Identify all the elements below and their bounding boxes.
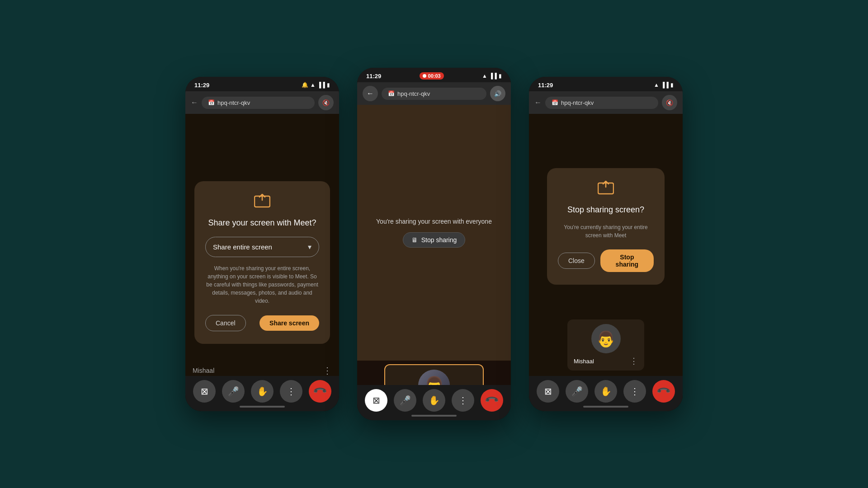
- mic-icon: 🎤: [571, 386, 583, 397]
- phone3-body: Stop sharing screen? You're currently sh…: [529, 114, 683, 411]
- phone1-dialog-title: Share your screen with Meet?: [205, 218, 319, 228]
- phone2-more-options-button[interactable]: ⋮: [452, 389, 474, 412]
- stop-sharing-confirm-button[interactable]: Stop sharing: [600, 249, 654, 272]
- chevron-down-icon: ▾: [308, 243, 311, 251]
- phone3-browser-bar: ← 📅 hpq-ntcr-qkv 🔇: [529, 91, 683, 114]
- mic-icon: 🎤: [228, 386, 239, 397]
- audio-icon: 🔇: [322, 99, 330, 106]
- phone2-status-bar: 11:29 00:03 ▲ ▐▐ ▮: [357, 68, 511, 82]
- notification-icon: 🔔: [302, 82, 308, 88]
- phone3-dialog-title: Stop sharing screen?: [558, 205, 654, 215]
- audio-on-icon: 🔊: [494, 90, 501, 97]
- phone3-tile-more-icon[interactable]: ⋮: [630, 356, 638, 366]
- stop-share-screen-icon: [598, 181, 614, 195]
- phone1-audio-button[interactable]: 🔇: [318, 95, 334, 110]
- battery-icon: ▮: [327, 82, 330, 88]
- phone1-dropdown[interactable]: Share entire screen ▾: [205, 237, 319, 257]
- phone2-url-text: hpq-ntcr-qkv: [397, 90, 430, 97]
- phone1-warning-text: When you're sharing your entire screen, …: [205, 264, 319, 305]
- phone2-raise-hand-button[interactable]: ✋: [423, 389, 445, 412]
- signal-icon: ▐▐: [489, 73, 497, 79]
- phone1-url-bar[interactable]: 📅 hpq-ntcr-qkv: [202, 97, 315, 109]
- battery-icon: ▮: [499, 73, 502, 79]
- phone2-audio-button[interactable]: 🔊: [490, 86, 505, 101]
- phone3-video-tile: 👨 Mishaal ⋮: [567, 319, 644, 371]
- phone2-time: 11:29: [366, 73, 381, 80]
- stop-sharing-button[interactable]: 🖥 Stop sharing: [403, 232, 466, 248]
- close-button[interactable]: Close: [558, 253, 595, 269]
- phone3-tile-label: Mishaal ⋮: [572, 356, 640, 366]
- phone3-time: 11:29: [538, 82, 553, 89]
- phone1-url-text: hpq-ntcr-qkv: [217, 99, 250, 106]
- calendar-icon: 📅: [552, 99, 558, 106]
- phone3-video-section: 👨 Mishaal ⋮: [529, 316, 683, 374]
- phone3-camera-toggle-button[interactable]: ⊠: [537, 380, 559, 403]
- phone2-sharing-preview: You're sharing your screen with everyone…: [357, 105, 511, 361]
- phone3-audio-button[interactable]: 🔇: [662, 95, 677, 110]
- phone1-dialog-card: Share your screen with Meet? Share entir…: [194, 181, 330, 343]
- more-icon: ⋮: [630, 386, 639, 397]
- camera-toggle-button[interactable]: ⊠: [193, 380, 216, 403]
- phone2-camera-toggle-button[interactable]: ⊠: [365, 389, 387, 412]
- phone1-dialog-icon-area: [205, 194, 319, 211]
- share-screen-icon: [254, 194, 270, 208]
- wifi-icon: ▲: [654, 82, 659, 88]
- signal-icon: ▐▐: [317, 82, 325, 88]
- phone2-home-indicator: [411, 415, 457, 417]
- phone2-back-button[interactable]: ←: [363, 86, 378, 101]
- phone3-home-indicator: [583, 406, 628, 408]
- battery-icon: ▮: [670, 82, 674, 88]
- wifi-icon: ▲: [310, 82, 316, 88]
- phone1-status-bar: 11:29 🔔 ▲ ▐▐ ▮: [185, 77, 339, 91]
- wifi-icon: ▲: [482, 73, 487, 79]
- camera-off-icon: ⊠: [373, 395, 380, 406]
- stop-sharing-label: Stop sharing: [421, 236, 457, 244]
- phone3-dialog-actions: Close Stop sharing: [558, 249, 654, 272]
- hand-icon: ✋: [429, 395, 440, 406]
- recording-badge: 00:03: [420, 72, 444, 80]
- phone2-mic-button[interactable]: 🎤: [394, 389, 416, 412]
- rec-dot: [423, 74, 426, 78]
- phone2-end-call-button[interactable]: 📞: [481, 389, 503, 412]
- cancel-button[interactable]: Cancel: [205, 315, 246, 331]
- phone2-browser-bar: ← 📅 hpq-ntcr-qkv 🔊: [357, 82, 511, 105]
- phone2-status-icons: ▲ ▐▐ ▮: [482, 73, 502, 79]
- hand-icon: ✋: [600, 386, 612, 397]
- camera-off-icon: ⊠: [201, 386, 208, 397]
- signal-icon: ▐▐: [661, 82, 669, 88]
- sharing-status-text: You're sharing your screen with everyone: [376, 218, 492, 225]
- phone2-url-bar[interactable]: 📅 hpq-ntcr-qkv: [382, 88, 486, 100]
- mic-button[interactable]: 🎤: [222, 380, 245, 403]
- end-call-icon: 📞: [484, 393, 500, 408]
- more-icon: ⋮: [458, 395, 467, 406]
- screens-container: 11:29 🔔 ▲ ▐▐ ▮ ← 📅 hpq-ntcr-qkv 🔇: [185, 68, 683, 420]
- phone1-browser-bar: ← 📅 hpq-ntcr-qkv 🔇: [185, 91, 339, 114]
- phone3-raise-hand-button[interactable]: ✋: [594, 380, 617, 403]
- end-call-icon: 📞: [656, 384, 672, 399]
- phone1-back-button[interactable]: ←: [191, 99, 198, 107]
- end-call-button[interactable]: 📞: [309, 380, 331, 403]
- more-options-button[interactable]: ⋮: [280, 380, 302, 403]
- more-icon: ⋮: [287, 386, 296, 397]
- audio-icon: 🔇: [666, 99, 673, 106]
- phone3-tile-username: Mishaal: [574, 358, 594, 365]
- phone3-frame: 11:29 ▲ ▐▐ ▮ ← 📅 hpq-ntcr-qkv 🔇: [529, 77, 683, 411]
- calendar-icon: 📅: [208, 99, 215, 106]
- share-screen-button[interactable]: Share screen: [259, 315, 319, 331]
- phone3-dialog-icon-area: [558, 181, 654, 198]
- recording-timer: 00:03: [428, 73, 441, 79]
- phone1-body: Share your screen with Meet? Share entir…: [185, 114, 339, 411]
- phone3-url-text: hpq-ntcr-qkv: [561, 99, 594, 106]
- phone1-user-name: Mishaal: [193, 367, 214, 374]
- phone1-more-icon[interactable]: ⋮: [323, 365, 332, 376]
- raise-hand-button[interactable]: ✋: [251, 380, 274, 403]
- phone3-mic-button[interactable]: 🎤: [566, 380, 588, 403]
- phone3-dialog-card: Stop sharing screen? You're currently sh…: [547, 168, 665, 285]
- phone3-url-bar[interactable]: 📅 hpq-ntcr-qkv: [545, 97, 658, 109]
- phone3-end-call-button[interactable]: 📞: [652, 380, 675, 403]
- phone3-more-options-button[interactable]: ⋮: [623, 380, 646, 403]
- stop-sharing-icon: 🖥: [411, 236, 418, 244]
- phone3-status-bar: 11:29 ▲ ▐▐ ▮: [529, 77, 683, 91]
- hand-icon: ✋: [257, 386, 268, 397]
- phone3-back-button[interactable]: ←: [534, 99, 542, 107]
